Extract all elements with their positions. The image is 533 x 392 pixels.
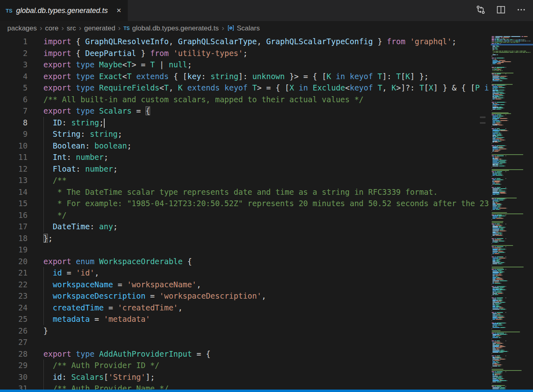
code-line[interactable]: workspaceDescription = 'workspaceDescrip… (43, 290, 490, 302)
minimap-line (492, 50, 533, 51)
code-line[interactable]: * The DateTime scalar type represents da… (43, 186, 490, 198)
code-line[interactable]: export enum WorkspaceOrderable { (43, 256, 490, 267)
minimap-line (492, 363, 533, 364)
line-number[interactable]: 18 (0, 233, 28, 244)
line-number[interactable]: 15 (0, 198, 28, 209)
minimap-line (492, 213, 533, 214)
line-number[interactable]: 9 (0, 128, 28, 140)
split-editor-button[interactable] (496, 5, 506, 16)
minimap-line (492, 221, 533, 222)
code-line[interactable]: String: string; (43, 128, 490, 140)
line-number[interactable]: 11 (0, 151, 28, 163)
minimap-line (492, 184, 533, 185)
line-number[interactable]: 30 (0, 371, 28, 383)
minimap-line (492, 284, 533, 284)
breadcrumb-item-core[interactable]: core (45, 24, 58, 32)
line-number[interactable]: 28 (0, 348, 28, 360)
breadcrumb-item-global-db-types-generated-ts[interactable]: TSglobal.db.types.generated.ts (123, 24, 219, 32)
minimap-line (492, 121, 533, 122)
line-number[interactable]: 4 (0, 71, 28, 82)
line-number[interactable]: 29 (0, 360, 28, 371)
line-number[interactable]: 24 (0, 302, 28, 314)
editor-tab[interactable]: TS global.db.types.generated.ts ✕ (0, 0, 128, 21)
line-number[interactable]: 20 (0, 256, 28, 267)
minimap-line (492, 243, 533, 244)
minimap-line (492, 104, 533, 105)
code-line[interactable]: export type Scalars = { (43, 105, 490, 117)
line-number[interactable]: 12 (0, 163, 28, 175)
line-number[interactable]: 14 (0, 186, 28, 198)
open-changes-button[interactable] (475, 5, 486, 16)
minimap-line (492, 103, 533, 104)
line-number[interactable]: 8 (0, 117, 28, 129)
minimap-line (492, 210, 533, 211)
line-number[interactable]: 19 (0, 244, 28, 256)
breadcrumb-item-scalars[interactable]: Scalars (227, 24, 260, 32)
line-number[interactable]: 3 (0, 59, 28, 71)
code-line[interactable]: import { GraphQLResolveInfo, GraphQLScal… (43, 36, 490, 47)
line-number[interactable]: 5 (0, 82, 28, 94)
line-number[interactable]: 2 (0, 47, 28, 59)
minimap-line (492, 80, 533, 81)
line-number[interactable]: 22 (0, 279, 28, 291)
code-line[interactable]: /** (43, 174, 490, 186)
minimap-line (492, 300, 533, 301)
code-line[interactable]: * For example: "1985-04-12T23:20:50.52Z"… (43, 198, 490, 209)
line-number[interactable]: 21 (0, 267, 28, 279)
minimap-line (492, 117, 533, 118)
code-line[interactable]: Boolean: boolean; (43, 140, 490, 152)
editor-gutter[interactable]: 1234567891011121314151617181920212223242… (0, 36, 28, 392)
code-line[interactable]: import { DeepPartial } from 'utility-typ… (43, 47, 490, 59)
code-line[interactable]: Float: number; (43, 163, 490, 175)
line-number[interactable]: 1 (0, 36, 28, 47)
line-number[interactable]: 13 (0, 174, 28, 186)
minimap-line (492, 349, 533, 349)
code-line[interactable]: id = 'id', (43, 267, 490, 279)
code-line[interactable]: workspaceName = 'workspaceName', (43, 279, 490, 291)
line-number[interactable]: 25 (0, 313, 28, 325)
code-line[interactable]: id: Scalars['String']; (43, 371, 490, 383)
minimap-line (492, 358, 533, 358)
minimap-line (492, 253, 533, 254)
minimap-line (492, 90, 533, 91)
code-line[interactable]: } (43, 325, 490, 337)
breadcrumb-item-src[interactable]: src (67, 24, 76, 32)
tab-close-icon[interactable]: ✕ (115, 6, 123, 15)
minimap-line (492, 353, 533, 354)
breadcrumb-item-generated[interactable]: generated (84, 24, 116, 32)
line-number[interactable]: 23 (0, 290, 28, 302)
minimap-line (492, 308, 533, 308)
minimap-line (492, 345, 533, 346)
minimap-line (492, 335, 533, 336)
code-line[interactable]: createdTime = 'createdTime', (43, 302, 490, 314)
minimap[interactable] (491, 36, 533, 392)
line-number[interactable]: 27 (0, 336, 28, 348)
line-number[interactable]: 26 (0, 325, 28, 337)
line-number[interactable]: 7 (0, 105, 28, 117)
minimap-line (492, 338, 533, 339)
minimap-line (492, 340, 533, 341)
code-line[interactable]: export type AddAuthProviderInput = { (43, 348, 490, 360)
code-line[interactable]: /** Auth Provider ID */ (43, 360, 490, 371)
line-number[interactable]: 17 (0, 221, 28, 233)
line-number[interactable]: 16 (0, 209, 28, 221)
code-line[interactable]: ID: string; (43, 117, 490, 129)
more-actions-button[interactable] (516, 5, 527, 16)
line-number[interactable]: 6 (0, 94, 28, 106)
minimap-line (492, 228, 533, 229)
code-line[interactable]: DateTime: any; (43, 221, 490, 233)
code-line[interactable] (43, 244, 490, 256)
code-line[interactable]: metadata = 'metadata' (43, 313, 490, 325)
line-number[interactable]: 10 (0, 140, 28, 152)
editor-actions (475, 0, 533, 21)
code-line[interactable]: /** All built-in and custom scalars, map… (43, 94, 490, 106)
code-line[interactable]: export type Exact<T extends { [key: stri… (43, 71, 490, 82)
code-line[interactable]: Int: number; (43, 151, 490, 163)
code-line[interactable]: */ (43, 209, 490, 221)
breadcrumb-item-packages[interactable]: packages (7, 24, 37, 32)
code-line[interactable]: export type Maybe<T> = T | null; (43, 59, 490, 71)
code-line[interactable] (43, 336, 490, 348)
code-line[interactable]: }; (43, 233, 490, 244)
code-line[interactable]: export type RequireFields<T, K extends k… (43, 82, 490, 94)
code-area[interactable]: import { GraphQLResolveInfo, GraphQLScal… (43, 36, 490, 392)
